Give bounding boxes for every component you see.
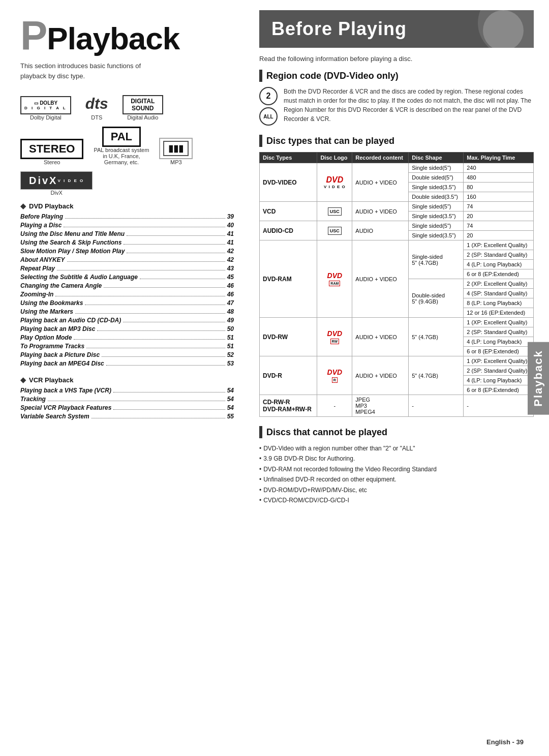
disc-type-dvd-video: DVD-VIDEO xyxy=(260,163,317,202)
disc-shape: Double sided(3.5") xyxy=(409,192,464,202)
dts-logo-item: dts DTS xyxy=(81,93,112,120)
cannot-play-section: DVD-Video with a region number other tha… xyxy=(259,443,534,505)
toc-item: Variable Search System 55 xyxy=(20,413,234,420)
playback-title: PPlayback xyxy=(20,15,234,56)
disc-type-cd-rw-r: CD-RW-RDVD-RAM+RW-R xyxy=(260,395,317,417)
left-panel: PPlayback This section introduces basic … xyxy=(0,0,249,756)
region-icons: 2 ALL xyxy=(259,87,278,126)
disc-time: 2 (SP: Standard Quality) xyxy=(464,250,534,260)
disc-time: 12 or 16 (EP:Extended) xyxy=(464,308,534,318)
table-row: VCD USC AUDIO + VIDEO Single sided(5") 7… xyxy=(260,202,534,211)
logos-row-1: ▭ DOLBY D I G I T A L Dolby Digital dts … xyxy=(20,93,234,120)
mp3-label: MP3 xyxy=(170,159,182,165)
toc-item: To Programme Tracks 51 xyxy=(20,343,234,350)
disc-time: 8 (LP: Long Playback) xyxy=(464,298,534,308)
table-row: DVD-R DVD R AUDIO + VIDEO 5" (4.7GB) 1 (… xyxy=(260,356,534,366)
region-number-circle: 2 xyxy=(259,87,278,105)
disc-types-table: Disc Types Disc Logo Recorded content Di… xyxy=(259,152,534,417)
disc-content-dvd-ram: AUDIO + VIDEO xyxy=(352,240,409,318)
section-bar-2 xyxy=(259,135,262,147)
table-row: CD-RW-RDVD-RAM+RW-R - JPEGMP3MPEG4 - - xyxy=(260,395,534,417)
disc-content-dvd-rw: AUDIO + VIDEO xyxy=(352,318,409,356)
toc-gap xyxy=(20,369,234,376)
disc-time: 2 (SP: Standard Quality) xyxy=(464,366,534,376)
section-bar-3 xyxy=(259,426,262,438)
dts-label: DTS xyxy=(91,114,102,120)
list-item: DVD-Video with a region number other tha… xyxy=(259,443,534,453)
toc-item: Using the Markers 48 xyxy=(20,308,234,315)
disc-shape: 5" (4.7GB) xyxy=(409,318,464,356)
disc-time: 74 xyxy=(464,202,534,211)
disc-logo-dvd-video: DVD V I D E O xyxy=(317,163,352,202)
disc-shape: 5" (4.7GB) xyxy=(409,356,464,395)
pal-logo-item: PAL PAL broadcast system in U.K, France,… xyxy=(94,127,149,165)
table-row: AUDIO-CD USC AUDIO Single sided(5") 74 xyxy=(260,221,534,231)
divx-label: DivX xyxy=(51,190,63,196)
disc-type-vcd: VCD xyxy=(260,202,317,221)
toc-item: Changing the Camera Angle 46 xyxy=(20,282,234,289)
list-item: DVD-ROM/DVD+RW/PD/MV-Disc, etc xyxy=(259,485,534,495)
toc-vcr-diamond-icon: ◆ xyxy=(20,376,26,384)
region-code-section-header: Region code (DVD-Video only) xyxy=(259,70,534,82)
disc-content-dvd-r: AUDIO + VIDEO xyxy=(352,356,409,395)
toc-item: Using the Bookmarks 47 xyxy=(20,299,234,307)
disc-time: 1 (XP: Excellent Quality) xyxy=(464,240,534,250)
cannot-play-section-header: Discs that cannot be played xyxy=(259,426,534,438)
playback-sidebar-tab: Playback xyxy=(528,342,549,414)
disc-time: 6 or 8 (EP:Extended) xyxy=(464,347,534,356)
disc-logo-dvd-ram: DVD RAM xyxy=(317,240,352,318)
region-all-circle: ALL xyxy=(259,107,278,126)
disc-time: 1 (XP: Excellent Quality) xyxy=(464,318,534,327)
disc-type-dvd-ram: DVD-RAM xyxy=(260,240,317,318)
right-panel: Before Playing Read the following inform… xyxy=(249,0,549,756)
disc-time: 6 or 8 (EP:Extended) xyxy=(464,385,534,395)
dts-logo: dts xyxy=(81,93,112,114)
stereo-logo: STEREO xyxy=(20,139,83,159)
disc-shape: Single sided(5") xyxy=(409,163,464,173)
digital-sound-logo: DIGITALSOUND xyxy=(123,95,163,114)
disc-time: 6 or 8 (EP:Extended) xyxy=(464,269,534,279)
region-description: Both the DVD Recorder & VCR and the disc… xyxy=(284,87,534,126)
toc-item: Tracking 54 xyxy=(20,396,234,403)
disc-time: 480 xyxy=(464,173,534,183)
disc-time: 2 (SP: Standard Quality) xyxy=(464,327,534,337)
toc-item: About ANYKEY 42 xyxy=(20,256,234,263)
toc-section: ◆ DVD Playback Before Playing 39 Playing… xyxy=(20,202,234,420)
dolby-logo: ▭ DOLBY D I G I T A L xyxy=(20,96,71,114)
toc-item: Playing back an MP3 Disc 50 xyxy=(20,325,234,332)
disc-type-dvd-rw: DVD-RW xyxy=(260,318,317,356)
disc-time: 80 xyxy=(464,183,534,192)
table-row: DVD-RAM DVD RAM AUDIO + VIDEO Single-sid… xyxy=(260,240,534,250)
toc-item: Special VCR Playback Features 54 xyxy=(20,404,234,411)
region-code-title: Region code (DVD-Video only) xyxy=(266,71,399,81)
dolby-label: Dolby Digital xyxy=(30,114,62,120)
toc-item: Playing back an MPEG4 Disc 53 xyxy=(20,360,234,367)
disc-shape: Single sided(3.5") xyxy=(409,231,464,240)
disc-types-section-header: Disc types that can be played xyxy=(259,135,534,147)
playback-subtitle: This section introduces basic functions … xyxy=(20,61,234,81)
disc-logo-dvd-rw: DVD RW xyxy=(317,318,352,356)
disc-logo-vcd: USC xyxy=(317,202,352,221)
intro-text: Read the following information before pl… xyxy=(259,55,534,63)
toc-diamond-icon: ◆ xyxy=(20,202,26,210)
digital-sound-logo-item: DIGITALSOUND Digital Audio xyxy=(123,95,163,120)
disc-time: 4 (LP: Long Playback) xyxy=(464,260,534,269)
disc-type-audio-cd: AUDIO-CD xyxy=(260,221,317,240)
section-bar xyxy=(259,70,262,82)
list-item: 3.9 GB DVD-R Disc for Authoring. xyxy=(259,453,534,464)
toc-item: Playing back a VHS Tape (VCR) 54 xyxy=(20,387,234,394)
mp3-logo: ▮▮▮ xyxy=(159,138,193,159)
disc-time: 20 xyxy=(464,211,534,221)
col-disc-logo: Disc Logo xyxy=(317,153,352,163)
disc-content-cd-rw-r: JPEGMP3MPEG4 xyxy=(352,395,409,417)
disc-time: 20 xyxy=(464,231,534,240)
toc-item: Playing back a Picture Disc 52 xyxy=(20,351,234,358)
list-item: Unfinalised DVD-R recorded on other equi… xyxy=(259,474,534,485)
region-block: 2 ALL Both the DVD Recorder & VCR and th… xyxy=(259,87,534,126)
disc-shape: Double sided(5") xyxy=(409,173,464,183)
divx-logo: DivX V I D E O xyxy=(20,171,93,190)
disc-time: 2 (XP: Excellent Quality) xyxy=(464,279,534,289)
disc-time: 4 (SP: Standard Quality) xyxy=(464,289,534,298)
toc-item: Selecting the Subtitle & Audio Language … xyxy=(20,274,234,281)
disc-time: 74 xyxy=(464,221,534,231)
